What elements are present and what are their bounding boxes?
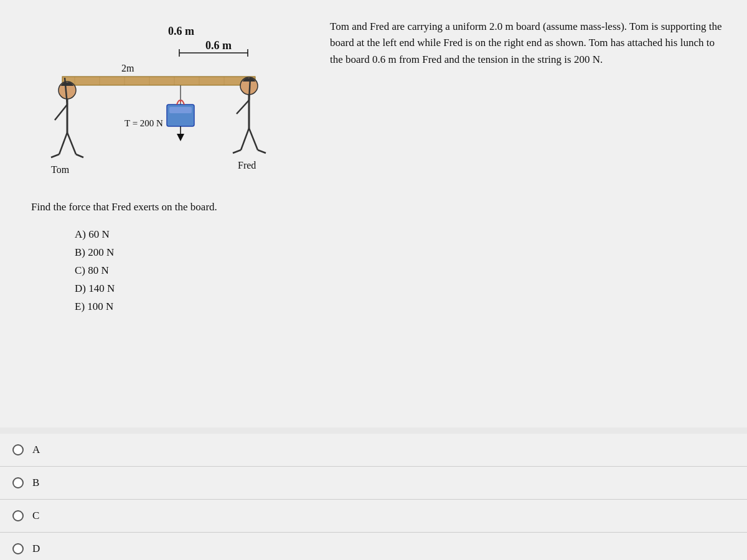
- svg-line-22: [237, 100, 249, 114]
- diagram-svg: 0.6 m 2m: [25, 39, 299, 182]
- radio-option-a[interactable]: A: [0, 434, 747, 467]
- tension-label: T = 200 N: [125, 118, 163, 128]
- radio-circle-b: [12, 477, 24, 488]
- answer-e: E) 100 N: [75, 298, 722, 316]
- svg-line-26: [258, 150, 266, 153]
- answer-d: D) 140 N: [75, 280, 722, 298]
- main-content: 0.6 m 0.6 m 2m: [0, 0, 747, 427]
- radio-label-d: D: [32, 543, 40, 555]
- find-force-text: Find the force that Fred exerts on the b…: [31, 201, 722, 213]
- svg-line-18: [76, 154, 83, 157]
- radio-label-a: A: [32, 444, 40, 456]
- radio-circle-d: [12, 543, 24, 554]
- svg-line-16: [67, 133, 76, 154]
- board-06m-label: 0.6 m: [168, 25, 194, 38]
- tom-label: Tom: [51, 164, 70, 175]
- radio-circle-c: [12, 510, 24, 521]
- radio-option-c[interactable]: C: [0, 500, 747, 533]
- label-2m: 2m: [121, 63, 134, 73]
- svg-line-14: [55, 105, 67, 120]
- svg-line-17: [51, 154, 59, 157]
- radio-options-container: A B C D: [0, 434, 747, 560]
- label-06m: 0.6 m: [205, 39, 232, 52]
- radio-circle-a: [12, 444, 24, 455]
- svg-line-25: [233, 150, 241, 153]
- svg-line-23: [241, 128, 249, 150]
- answer-a: A) 60 N: [75, 226, 722, 244]
- top-section: 0.6 m 0.6 m 2m: [25, 19, 722, 182]
- diagram-area: 0.6 m 0.6 m 2m: [25, 19, 311, 182]
- question-description: Tom and Fred are carrying a uniform 2.0 …: [311, 19, 722, 68]
- answer-c: C) 80 N: [75, 262, 722, 280]
- svg-rect-3: [62, 77, 255, 85]
- answer-choices: A) 60 N B) 200 N C) 80 N D) 140 N E) 100…: [75, 226, 722, 315]
- radio-option-b[interactable]: B: [0, 467, 747, 500]
- svg-rect-29: [169, 107, 192, 113]
- radio-label-b: B: [32, 477, 39, 489]
- radio-label-c: C: [32, 510, 39, 522]
- radio-option-d[interactable]: D: [0, 533, 747, 560]
- svg-line-24: [249, 128, 258, 150]
- answer-b: B) 200 N: [75, 244, 722, 262]
- fred-label: Fred: [238, 160, 256, 170]
- svg-line-15: [59, 133, 67, 154]
